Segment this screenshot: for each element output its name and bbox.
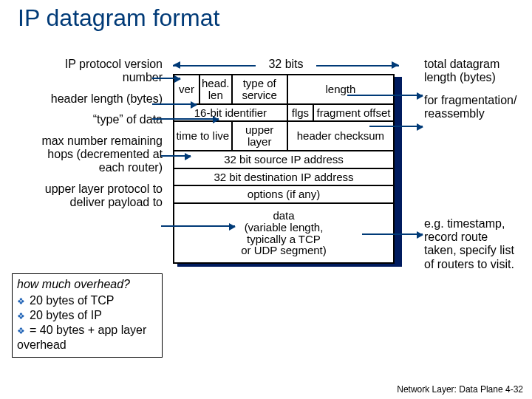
- cell-fragoff: fragment offset: [313, 104, 394, 122]
- width-indicator: 32 bits: [173, 58, 399, 71]
- connector-proto: [161, 225, 235, 227]
- cell-data: data (variable length, typically a TCP o…: [174, 203, 394, 263]
- width-label: 32 bits: [268, 58, 303, 70]
- cell-tos: type of service: [232, 75, 287, 104]
- cell-opts: options (if any): [174, 185, 394, 203]
- connector-ver: [152, 78, 180, 79]
- note-frag: for fragmentation/ reassembly: [424, 94, 520, 121]
- connector-ttl: [161, 155, 191, 157]
- row-6: data (variable length, typically a TCP o…: [174, 203, 394, 263]
- row-3: 32 bit source IP address: [174, 151, 394, 168]
- overhead-item: = 40 bytes + app layer overhead: [17, 323, 157, 352]
- slide-footer: Network Layer: Data Plane 4-32: [397, 384, 523, 395]
- left-annotations: IP protocol version number header length…: [37, 58, 163, 217]
- row-4: 32 bit destination IP address: [174, 168, 394, 186]
- cell-ttl: time to live: [174, 121, 232, 151]
- note-ttl: max number remaining hops (decremented a…: [37, 134, 163, 175]
- cell-dst: 32 bit destination IP address: [174, 168, 394, 186]
- page-title: IP datagram format: [18, 4, 219, 32]
- arrow-right-icon: [392, 61, 399, 69]
- note-type: “type” of data: [37, 113, 163, 126]
- note-version: IP protocol version number: [37, 58, 163, 85]
- note-proto: upper layer protocol to deliver payload …: [37, 183, 163, 210]
- row-5: options (if any): [174, 185, 394, 203]
- right-annotations: total datagram length (bytes) for fragme…: [424, 58, 520, 280]
- cell-hlen: head. len: [200, 75, 232, 104]
- cell-length: length: [287, 75, 394, 104]
- note-length: total datagram length (bytes): [424, 58, 520, 85]
- note-hlen: header length (bytes): [37, 92, 163, 106]
- cell-flgs: flgs: [287, 104, 313, 122]
- overhead-item: 20 bytes of IP: [17, 308, 157, 323]
- cell-src: 32 bit source IP address: [174, 151, 394, 168]
- overhead-box: how much overhead? 20 bytes of TCP 20 by…: [12, 273, 163, 358]
- width-line-left: [173, 65, 256, 66]
- width-line-right: [316, 65, 399, 66]
- connector-type: [152, 118, 219, 120]
- connector-options: [362, 233, 423, 235]
- connector-hlen: [152, 103, 197, 105]
- row-0: ver head. len type of service length: [174, 75, 394, 104]
- cell-proto: upper layer: [232, 121, 287, 151]
- note-options: e.g. timestamp, record route taken, spec…: [424, 217, 520, 272]
- connector-length: [347, 95, 423, 96]
- overhead-question: how much overhead?: [17, 277, 157, 292]
- arrow-left-icon: [173, 61, 180, 69]
- connector-frag: [369, 126, 423, 127]
- row-2: time to live upper layer header checksum: [174, 121, 394, 151]
- overhead-list: 20 bytes of TCP 20 bytes of IP = 40 byte…: [17, 293, 157, 352]
- ip-header-table: ver head. len type of service length 16-…: [173, 74, 395, 264]
- overhead-item: 20 bytes of TCP: [17, 293, 157, 308]
- datagram-wrapper: ver head. len type of service length 16-…: [173, 74, 399, 264]
